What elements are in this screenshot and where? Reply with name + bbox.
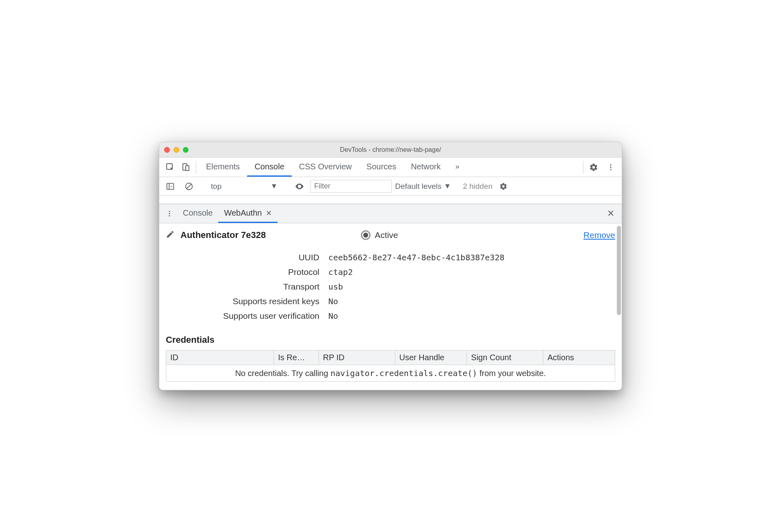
context-label: top [211, 182, 221, 191]
prop-value-userverif: No [328, 311, 615, 321]
settings-gear-icon[interactable] [586, 163, 601, 172]
toggle-sidebar-icon[interactable] [163, 182, 178, 191]
prop-value-uuid: ceeb5662-8e27-4e47-8ebc-4c1b8387e328 [328, 253, 615, 262]
prop-label-uuid: UUID [166, 253, 328, 262]
window-title: DevTools - chrome://new-tab-page/ [159, 146, 622, 154]
kebab-menu-icon[interactable] [603, 163, 618, 171]
console-filter-input[interactable] [310, 180, 392, 193]
svg-point-5 [610, 169, 611, 170]
separator [196, 161, 196, 173]
empty-code: navigator.credentials.create() [330, 368, 477, 378]
col-id[interactable]: ID [166, 350, 274, 365]
separator [583, 161, 584, 173]
table-header-row: ID Is Re… RP ID User Handle Sign Count A… [166, 350, 615, 365]
scrollbar-thumb[interactable] [617, 226, 621, 315]
window-titlebar: DevTools - chrome://new-tab-page/ [159, 142, 622, 158]
authenticator-header: Authenticator 7e328 Active Remove [166, 230, 615, 240]
console-output-area[interactable] [159, 196, 622, 204]
tab-css-overview[interactable]: CSS Overview [292, 158, 359, 177]
drawer-tabs: Console WebAuthn ✕ ✕ [159, 204, 622, 223]
main-tabs: Elements Console CSS Overview Sources Ne… [199, 158, 581, 177]
active-radio[interactable]: Active [361, 230, 398, 240]
drawer-kebab-icon[interactable] [162, 204, 177, 223]
log-levels-label: Default levels [395, 182, 441, 191]
tab-label: Console [254, 162, 284, 171]
clear-console-icon[interactable] [181, 182, 197, 191]
hidden-messages-link[interactable]: 2 hidden [463, 182, 492, 191]
inspect-element-icon[interactable] [163, 158, 178, 177]
chevron-double-right-icon: » [456, 162, 460, 171]
col-sign-count[interactable]: Sign Count [467, 350, 543, 365]
tab-elements[interactable]: Elements [199, 158, 247, 177]
prop-value-resident: No [328, 296, 615, 306]
chevron-down-icon: ▼ [270, 182, 278, 190]
empty-suffix: from your website. [477, 369, 546, 378]
drawer-tab-console[interactable]: Console [177, 204, 218, 223]
svg-point-9 [169, 213, 170, 214]
main-toolbar: Elements Console CSS Overview Sources Ne… [159, 158, 622, 177]
log-levels-select[interactable]: Default levels ▼ [395, 182, 451, 191]
devtools-window: DevTools - chrome://new-tab-page/ Elemen… [159, 142, 622, 390]
device-toolbar-icon[interactable] [178, 158, 193, 177]
radio-dot-icon [361, 230, 371, 240]
tab-label: Sources [367, 162, 396, 171]
col-actions[interactable]: Actions [543, 350, 615, 365]
window-zoom-button[interactable] [183, 147, 189, 153]
empty-credentials-message: No credentials. Try calling navigator.cr… [166, 365, 615, 382]
window-minimize-button[interactable] [174, 147, 179, 153]
tab-sources[interactable]: Sources [359, 158, 404, 177]
authenticator-title: Authenticator 7e328 [180, 230, 266, 240]
col-user-handle[interactable]: User Handle [395, 350, 467, 365]
tab-label: WebAuthn [224, 208, 262, 218]
live-expression-eye-icon[interactable] [292, 182, 307, 191]
prop-value-transport: usb [328, 282, 615, 292]
authenticator-properties: UUID ceeb5662-8e27-4e47-8ebc-4c1b8387e32… [166, 253, 615, 321]
prop-label-userverif: Supports user verification [166, 311, 328, 321]
remove-authenticator-link[interactable]: Remove [584, 230, 615, 240]
prop-value-protocol: ctap2 [328, 267, 615, 277]
chevron-down-icon: ▼ [444, 182, 451, 190]
credentials-table: ID Is Re… RP ID User Handle Sign Count A… [166, 350, 615, 382]
main-toolbar-right [586, 158, 618, 177]
tab-label: Elements [206, 162, 240, 171]
window-close-button[interactable] [164, 147, 170, 153]
prop-label-protocol: Protocol [166, 267, 328, 277]
credentials-heading: Credentials [166, 335, 615, 345]
edit-pencil-icon[interactable] [166, 230, 175, 240]
col-rp-id[interactable]: RP ID [319, 350, 395, 365]
svg-rect-2 [186, 166, 189, 171]
execution-context-select[interactable]: top ▼ [208, 182, 280, 191]
close-tab-icon[interactable]: ✕ [266, 209, 272, 218]
svg-point-4 [610, 167, 611, 168]
svg-point-10 [169, 215, 170, 216]
empty-prefix: No credentials. Try calling [235, 369, 331, 378]
drawer-tab-webauthn[interactable]: WebAuthn ✕ [218, 204, 278, 223]
more-tabs-button[interactable]: » [448, 158, 467, 177]
prop-label-resident: Supports resident keys [166, 296, 328, 306]
active-label: Active [375, 230, 398, 240]
svg-point-8 [169, 211, 170, 212]
credentials-section: Credentials ID Is Re… RP ID User Handle … [166, 335, 615, 382]
tab-label: CSS Overview [299, 162, 352, 171]
console-settings-gear-icon[interactable] [496, 182, 511, 190]
webauthn-panel: Authenticator 7e328 Active Remove UUID c… [159, 223, 622, 390]
tab-network[interactable]: Network [404, 158, 448, 177]
tab-console[interactable]: Console [247, 158, 291, 177]
tab-label: Network [411, 162, 440, 171]
traffic-lights [164, 147, 189, 153]
table-empty-row: No credentials. Try calling navigator.cr… [166, 365, 615, 382]
console-toolbar: top ▼ Default levels ▼ 2 hidden [159, 177, 622, 196]
tab-label: Console [183, 208, 213, 218]
svg-rect-6 [167, 183, 174, 189]
svg-point-3 [610, 164, 611, 165]
prop-label-transport: Transport [166, 282, 328, 292]
close-drawer-icon[interactable]: ✕ [602, 204, 619, 223]
col-is-resident[interactable]: Is Re… [274, 350, 319, 365]
